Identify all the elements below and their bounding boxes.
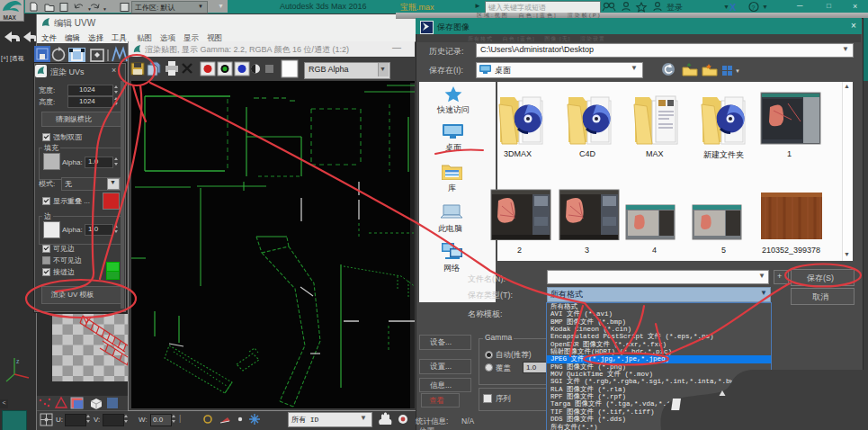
svg-text:?: ? — [752, 4, 756, 11]
svg-text:▼: ▼ — [103, 6, 107, 12]
svg-text:MAX: MAX — [4, 14, 17, 21]
svg-text:▼: ▼ — [87, 6, 92, 12]
svg-text:▼: ▼ — [762, 4, 768, 10]
svg-text:▼: ▼ — [723, 4, 729, 10]
svg-text:z: z — [16, 358, 20, 364]
svg-text:▼: ▼ — [735, 68, 740, 74]
svg-text:登录: 登录 — [667, 3, 683, 12]
svg-text:X: X — [729, 2, 737, 13]
